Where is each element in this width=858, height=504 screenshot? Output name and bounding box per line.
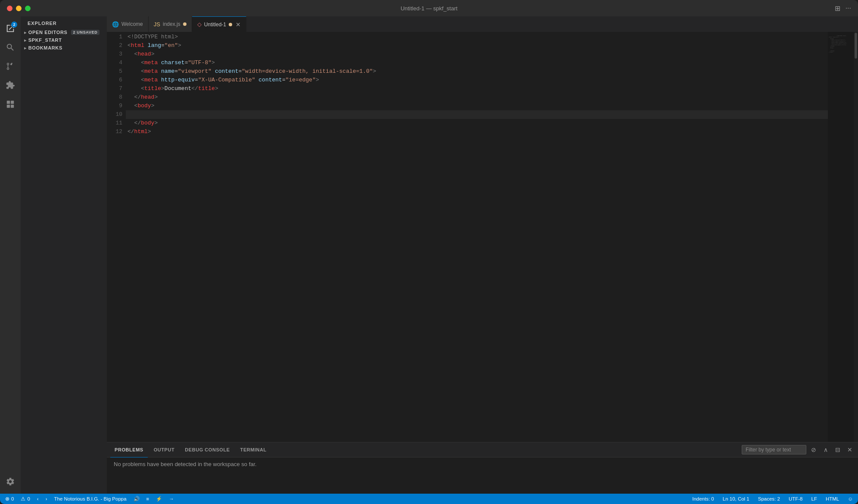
untitled-1-modified-dot [229, 23, 232, 26]
status-errors[interactable]: ⊗ 0 [3, 494, 16, 504]
sidebar: EXPLORER ▸ OPEN EDITORS 2 UNSAVED ▸ SPKF… [21, 16, 107, 494]
nav-back-icon: ‹ [37, 496, 39, 501]
warnings-count: 0 [27, 496, 30, 501]
status-ln-col[interactable]: Ln 10, Col 1 [721, 494, 751, 504]
open-editors-label: OPEN EDITORS [28, 30, 68, 35]
volume-icon: 🔊 [134, 496, 140, 502]
split-button[interactable]: ⊟ [833, 445, 842, 454]
code-line-5: <meta name="viewport" content="width=dev… [126, 67, 828, 76]
editor-scrollbar[interactable] [854, 32, 858, 442]
app-body: 2 EXPLORER ▸ OPEN EDITORS 2 UNSAVED [0, 16, 858, 494]
indents-label: Indents: 0 [692, 496, 714, 501]
filter-input[interactable] [742, 445, 806, 454]
errors-icon: ⊗ [5, 496, 9, 502]
status-indents[interactable]: Indents: 0 [690, 494, 716, 504]
svg-rect-0 [7, 101, 10, 104]
status-nav-back[interactable]: ‹ [35, 494, 40, 504]
warnings-icon: ⚠ [21, 496, 25, 502]
status-language[interactable]: HTML [824, 494, 841, 504]
errors-count: 0 [11, 496, 14, 501]
sidebar-section-open-editors: ▸ OPEN EDITORS 2 UNSAVED [21, 28, 107, 36]
activity-search[interactable] [2, 39, 19, 56]
code-line-3: <head> [126, 50, 828, 59]
collapse-icon: ∧ [824, 446, 828, 453]
tabs-bar: 🌐 Welcome JS index.js ◇ Untitled-1 ✕ [107, 16, 858, 32]
activity-bar: 2 [0, 16, 21, 494]
code-line-4: <meta charset="UTF-8"> [126, 59, 828, 67]
code-wrapper: 1 2 3 4 5 6 7 8 9 10 11 12 <!DOCTYPE htm… [107, 32, 858, 442]
code-line-9: <body> [126, 102, 828, 110]
activity-source-control[interactable] [2, 58, 19, 75]
index-js-tab-label: index.js [163, 21, 180, 27]
status-feedback[interactable]: ☺ [846, 494, 855, 504]
status-music[interactable]: The Notorious B.I.G. - Big Poppa [53, 494, 128, 504]
line-ending-label: LF [811, 496, 817, 501]
status-line-ending[interactable]: LF [810, 494, 819, 504]
tab-untitled-1[interactable]: ◇ Untitled-1 ✕ [192, 16, 246, 32]
title-bar: Untitled-1 — spkf_start ⊞ ··· [0, 0, 858, 16]
close-panel-button[interactable]: ✕ [845, 445, 855, 454]
status-right: Indents: 0 Ln 10, Col 1 Spaces: 2 UTF-8 … [690, 494, 855, 504]
open-editors-header[interactable]: ▸ OPEN EDITORS 2 UNSAVED [21, 28, 107, 36]
js-tab-icon: JS [154, 21, 160, 28]
title-bar-actions[interactable]: ⊞ ··· [835, 4, 851, 12]
code-line-1: <!DOCTYPE html> [126, 33, 828, 41]
status-warnings[interactable]: ⚠ 0 [19, 494, 31, 504]
panel-tab-problems[interactable]: PROBLEMS [110, 442, 148, 457]
minimap: <!DOCTYPE html> <html lang="en"> <head> … [828, 32, 854, 442]
no-problems-message: No problems have been detected in the wo… [114, 461, 257, 467]
status-nav-forward[interactable]: › [44, 494, 49, 504]
tab-index-js[interactable]: JS index.js [149, 16, 192, 32]
code-editor[interactable]: <!DOCTYPE html> <html lang="en"> <head> … [126, 32, 828, 442]
problems-tab-label: PROBLEMS [115, 447, 143, 452]
panel-actions: ⊘ ∧ ⊟ ✕ [742, 445, 855, 454]
status-spaces[interactable]: Spaces: 2 [756, 494, 782, 504]
open-editors-badge: 2 UNSAVED [71, 30, 100, 35]
window-controls[interactable] [7, 6, 31, 11]
sidebar-section-spkf: ▸ SPKF_START [21, 36, 107, 44]
panel-tab-output[interactable]: OUTPUT [149, 442, 179, 457]
ln-col-label: Ln 10, Col 1 [723, 496, 749, 501]
music-title: The Notorious B.I.G. - Big Poppa [54, 496, 127, 501]
debug-console-tab-label: DEBUG CONSOLE [185, 447, 230, 452]
status-volume[interactable]: 🔊 [132, 494, 141, 504]
activity-explorer[interactable]: 2 [2, 20, 19, 37]
panel-tabs-bar: PROBLEMS OUTPUT DEBUG CONSOLE TERMINAL ⊘ [107, 442, 858, 457]
sidebar-title: EXPLORER [21, 16, 107, 28]
line-numbers: 1 2 3 4 5 6 7 8 9 10 11 12 [107, 32, 126, 442]
panel-tab-terminal[interactable]: TERMINAL [236, 442, 271, 457]
status-bar: ⊗ 0 ⚠ 0 ‹ › The Notorious B.I.G. - Big P… [0, 494, 858, 504]
editor-container: 🌐 Welcome JS index.js ◇ Untitled-1 ✕ 1 [107, 16, 858, 494]
clear-icon: ⊘ [811, 446, 816, 453]
status-list[interactable]: ≡ [145, 494, 151, 504]
spkf-start-header[interactable]: ▸ SPKF_START [21, 36, 107, 44]
collapse-button[interactable]: ∧ [821, 445, 830, 454]
maximize-button[interactable] [25, 6, 31, 11]
panel-tab-debug-console[interactable]: DEBUG CONSOLE [180, 442, 234, 457]
close-button[interactable] [7, 6, 12, 11]
minimize-button[interactable] [16, 6, 22, 11]
activity-settings[interactable] [2, 473, 19, 490]
sidebar-section-bookmarks: ▸ BOOKMARKS [21, 44, 107, 52]
code-line-7: <title>Document</title> [126, 84, 828, 93]
chevron-right-icon2: ▸ [24, 46, 27, 50]
explorer-badge: 2 [11, 22, 17, 28]
tab-close-icon[interactable]: ✕ [236, 21, 241, 28]
tab-welcome[interactable]: 🌐 Welcome [107, 16, 149, 32]
window-title: Untitled-1 — spkf_start [401, 5, 457, 12]
status-lightning[interactable]: ⚡ [154, 494, 164, 504]
scrollbar-thumb[interactable] [855, 33, 857, 59]
status-next[interactable]: → [167, 494, 176, 504]
activity-remote[interactable] [2, 96, 19, 113]
bookmarks-header[interactable]: ▸ BOOKMARKS [21, 44, 107, 52]
layout-icon[interactable]: ⊞ [835, 4, 840, 12]
untitled-1-tab-label: Untitled-1 [204, 22, 226, 28]
spkf-start-label: SPKF_START [28, 37, 62, 43]
output-tab-label: OUTPUT [154, 447, 175, 452]
clear-button[interactable]: ⊘ [809, 445, 818, 454]
code-line-6: <meta http-equiv="X-UA-Compatible" conte… [126, 76, 828, 84]
more-icon[interactable]: ··· [846, 4, 851, 12]
code-line-10 [126, 110, 828, 119]
activity-extensions[interactable] [2, 77, 19, 94]
status-encoding[interactable]: UTF-8 [787, 494, 805, 504]
